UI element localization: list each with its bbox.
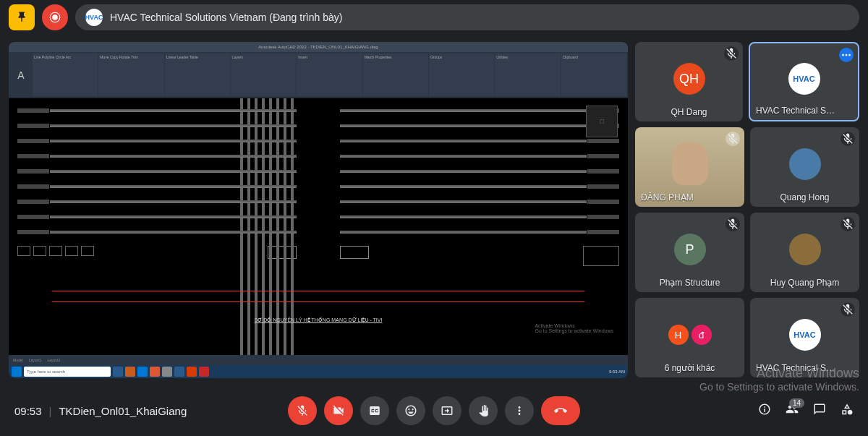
participant-name: Quang Hong	[780, 192, 829, 202]
reactions-button[interactable]	[396, 396, 425, 425]
others-label: 6 người khác	[665, 363, 715, 373]
taskbar-search: Type here to search	[24, 367, 111, 377]
captions-button[interactable]	[360, 396, 389, 425]
captions-icon	[368, 404, 381, 417]
windows-taskbar: Type here to search 9:53 AM	[9, 365, 628, 378]
mic-muted-icon	[841, 217, 855, 231]
camera-toggle-button[interactable]	[324, 396, 353, 425]
participant-name: Huy Quang Phạm	[770, 278, 840, 288]
chat-button[interactable]	[813, 403, 826, 419]
participant-name: ĐĂNG PHẠM	[641, 192, 694, 202]
participant-tile[interactable]: Quang Hong	[750, 127, 859, 207]
speaking-icon	[839, 48, 854, 62]
bottom-bar: 09:53 | TKDien_Onl01_KhaiGiang 14	[0, 385, 868, 436]
cad-window-title: Autodesk AutoCAD 2022 - TKDIEN_ONL01_KHA…	[9, 42, 628, 52]
participants-sidebar: QH QH Dang HVAC HVAC Technical S… ĐĂNG P…	[635, 42, 859, 378]
activities-button[interactable]	[841, 403, 854, 419]
cad-watermark: Activate Windows Go to Settings to activ…	[535, 323, 613, 333]
participant-tile-others[interactable]: H đ 6 người khác	[635, 298, 744, 377]
raise-hand-button[interactable]	[469, 396, 498, 425]
pin-button[interactable]	[9, 4, 35, 30]
hangup-icon	[552, 404, 569, 417]
meeting-name: TKDien_Onl01_KhaiGiang	[59, 405, 187, 417]
main-area: Autodesk AutoCAD 2022 - TKDIEN_ONL01_KHA…	[0, 35, 868, 378]
nav-compass: ⬚	[586, 106, 618, 137]
video-feed	[672, 142, 708, 185]
shapes-icon	[841, 403, 854, 416]
participant-name: Phạm Structure	[660, 278, 720, 288]
camera-off-icon	[332, 404, 345, 417]
participant-tile[interactable]: Huy Quang Phạm	[750, 213, 859, 292]
clock-time: 09:53	[14, 405, 42, 417]
svg-point-3	[846, 54, 848, 56]
mic-muted-icon	[841, 302, 855, 317]
presenter-bar[interactable]: HVAC HVAC Technical Solutions Vietnam (Đ…	[75, 4, 859, 30]
svg-point-0	[52, 14, 58, 20]
smile-icon	[404, 404, 417, 417]
mic-muted-icon	[726, 217, 740, 231]
mic-off-icon	[296, 404, 309, 417]
avatar: P	[674, 234, 706, 265]
shared-screen: Autodesk AutoCAD 2022 - TKDIEN_ONL01_KHA…	[9, 42, 628, 378]
participant-tile[interactable]: ĐĂNG PHẠM	[635, 127, 744, 207]
presenter-label: HVAC Technical Solutions Vietnam (Đang t…	[110, 12, 342, 23]
hand-icon	[477, 404, 490, 417]
participant-tile[interactable]: HVAC HVAC Technical S…	[750, 298, 859, 377]
more-options-button[interactable]	[505, 396, 534, 425]
participant-name: HVAC Technical S…	[756, 106, 835, 116]
cad-drawing-area: SƠ ĐỒ NGUYÊN LÝ HỆ THỐNG MẠNG DỮ LIỆU - …	[9, 98, 628, 355]
mic-muted-icon	[726, 132, 740, 146]
participant-tile[interactable]: P Phạm Structure	[635, 213, 744, 292]
pin-icon	[15, 11, 28, 24]
participant-tile[interactable]: QH QH Dang	[635, 42, 743, 121]
mic-muted-icon	[841, 132, 855, 146]
avatar: QH	[673, 63, 705, 95]
mic-toggle-button[interactable]	[288, 396, 317, 425]
hangup-button[interactable]	[541, 396, 580, 425]
avatar	[789, 148, 821, 180]
presenter-avatar: HVAC	[85, 9, 103, 26]
chat-icon	[813, 403, 826, 416]
record-icon	[48, 11, 61, 24]
cad-ribbon: Autodesk AutoCAD 2022 - TKDIEN_ONL01_KHA…	[9, 42, 628, 98]
avatar: HVAC	[788, 63, 820, 95]
taskbar-time: 9:53 AM	[609, 369, 625, 374]
top-bar: HVAC HVAC Technical Solutions Vietnam (Đ…	[0, 0, 868, 35]
svg-point-4	[848, 54, 851, 56]
record-button[interactable]	[42, 4, 68, 30]
more-icon	[513, 404, 526, 417]
participant-name: HVAC Technical S…	[756, 363, 835, 373]
drawing-title: SƠ ĐỒ NGUYÊN LÝ HỆ THỐNG MẠNG DỮ LIỆU - …	[255, 317, 383, 323]
avatar: HVAC	[789, 319, 821, 351]
svg-point-2	[842, 54, 844, 56]
participant-name: QH Dang	[671, 107, 707, 117]
cad-status-bar: ModelLayout1Layout2	[9, 355, 628, 365]
participant-tile[interactable]: HVAC HVAC Technical S…	[749, 42, 859, 121]
info-button[interactable]	[758, 403, 771, 419]
meeting-info[interactable]: 09:53 | TKDien_Onl01_KhaiGiang	[14, 405, 187, 417]
people-button[interactable]: 14	[786, 403, 799, 419]
present-button[interactable]	[433, 396, 461, 425]
people-count-badge: 14	[789, 398, 804, 408]
present-icon	[441, 404, 454, 417]
mic-muted-icon	[724, 46, 739, 61]
avatar	[789, 234, 821, 265]
info-icon	[758, 403, 771, 416]
others-avatars: H đ	[668, 325, 712, 345]
